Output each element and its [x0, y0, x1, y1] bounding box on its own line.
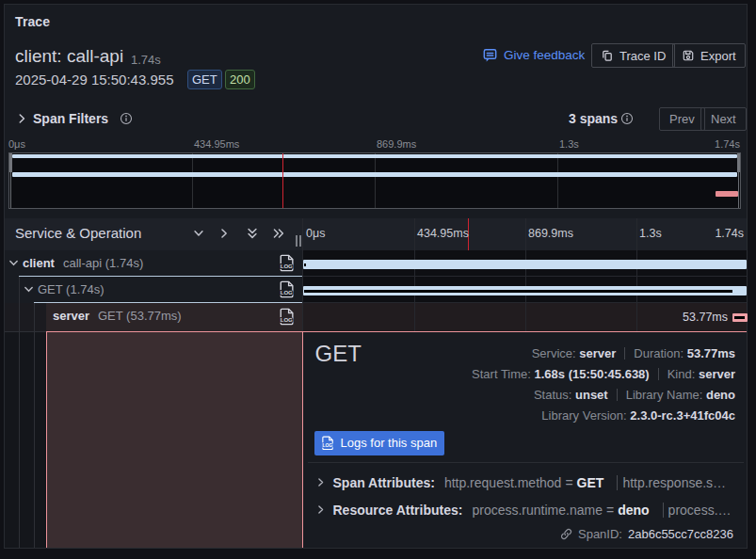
column-resize-grip[interactable]	[296, 235, 303, 247]
comment-icon	[482, 47, 498, 63]
span-detail-panel: GET Service: serverDuration: 53.77ms Sta…	[303, 331, 748, 549]
trace-timestamp: 2025-04-29 15:50:43.955	[15, 72, 173, 88]
attr-eq: =	[606, 503, 614, 518]
timeline-header-gridline-25	[414, 218, 415, 250]
expand-one-icon[interactable]	[217, 227, 231, 240]
indent-guide	[19, 303, 20, 331]
ruler-tick-0: 0μs	[8, 138, 25, 150]
attr-eq: =	[565, 475, 572, 490]
attr-key: process.runtime.name	[472, 503, 603, 518]
overview-line: Service: serverDuration: 53.77ms	[472, 343, 735, 364]
span-bar-cell[interactable]	[302, 250, 747, 277]
trace-id-label: Trace ID	[619, 49, 666, 63]
minimap-gridline-50	[375, 153, 376, 208]
service-operation-header: Service & Operation	[15, 225, 141, 241]
overview-line: Status: unsetLibrary Name: deno	[472, 385, 735, 406]
service-name: server	[53, 309, 89, 323]
chevron-right-icon	[315, 504, 326, 515]
span-filters-info-icon[interactable]	[120, 112, 133, 125]
minimap-cursor-line	[282, 153, 283, 208]
span-bar-cell[interactable]	[302, 277, 747, 303]
minimap-gridline-75	[557, 153, 558, 208]
span-filters-expand-chevron-icon[interactable]	[15, 112, 28, 125]
attr-value: deno	[618, 503, 649, 518]
resource-attributes-row[interactable]: Resource Attributes: process.runtime.nam…	[315, 503, 741, 518]
span-count-info-icon[interactable]	[620, 112, 634, 125]
svg-text:LOG: LOG	[281, 289, 293, 295]
critical-path-segment	[734, 316, 746, 319]
detail-indent-spacer	[5, 331, 46, 549]
span-row-get[interactable]: GET (1.74s) LOG	[5, 277, 747, 303]
span-id-row[interactable]: SpanID: 2ab6c55cc7cc8236	[560, 527, 733, 541]
trace-panel-page: Trace client: call-api 1.74s 2025-04-29 …	[0, 0, 756, 559]
attr-key-truncated: process.…	[668, 503, 732, 518]
detail-span-title: GET	[315, 341, 362, 367]
minimap-right-scrubber-handle[interactable]	[737, 153, 740, 172]
next-span-button[interactable]: Next	[700, 107, 747, 131]
span-duration-label: 53.77ms	[683, 311, 728, 324]
chevron-right-icon	[315, 477, 326, 487]
row-gridline-50	[525, 303, 526, 331]
header-tick-3: 1.3s	[639, 227, 662, 240]
span-attributes-row[interactable]: Span Attributes: http.request.method = G…	[315, 475, 741, 490]
svg-text:LOG: LOG	[322, 442, 332, 448]
trace-minimap[interactable]	[8, 152, 741, 209]
span-bar-client[interactable]	[303, 260, 747, 269]
method-badge: GET	[187, 70, 222, 89]
indent-guide	[34, 332, 35, 549]
collapse-all-icon[interactable]	[246, 227, 259, 240]
indent-guide	[34, 303, 35, 331]
operation-name: call-api (1.74s)	[63, 256, 143, 270]
minimap-gridline-25	[192, 153, 193, 208]
minimap-span-get	[12, 172, 737, 177]
trace-name: client: call-api	[15, 46, 123, 67]
trace-duration: 1.74s	[131, 53, 161, 67]
collapse-chevron-icon[interactable]	[23, 283, 35, 295]
header-tick-2: 869.9ms	[528, 227, 573, 240]
minimap-span-client	[12, 154, 737, 158]
indent-guide	[19, 332, 20, 549]
logs-button-label: Logs for this span	[341, 436, 438, 450]
prev-span-button[interactable]: Prev	[659, 107, 705, 131]
span-name-cell[interactable]: server GET (53.77ms) LOG	[5, 303, 302, 331]
logs-for-span-button[interactable]: LOG Logs for this span	[314, 431, 445, 455]
critical-path-segment	[304, 290, 732, 293]
ruler-tick-3: 1.3s	[559, 138, 579, 150]
trace-id-button[interactable]: Trace ID	[591, 43, 675, 68]
header-tick-1: 434.95ms	[417, 227, 469, 240]
collapse-one-icon[interactable]	[192, 227, 205, 240]
detail-accent-block[interactable]	[46, 331, 303, 549]
header-tick-0: 0μs	[306, 227, 325, 240]
link-icon	[560, 528, 572, 540]
span-detail-row: GET Service: serverDuration: 53.77ms Sta…	[5, 331, 747, 549]
ruler-tick-2: 869.9ms	[377, 138, 416, 150]
minimap-left-scrubber-handle[interactable]	[9, 153, 12, 172]
span-row-client[interactable]: client call-api (1.74s) LOG	[5, 250, 747, 277]
detail-overview: Service: serverDuration: 53.77ms Start T…	[472, 343, 735, 426]
timeline-header: Service & Operation 0μs 434.95ms 869.9ms…	[5, 218, 747, 250]
attr-key: http.request.method	[444, 475, 562, 490]
span-filters-label[interactable]: Span Filters	[33, 111, 108, 126]
span-logs-icon[interactable]: LOG	[279, 254, 295, 272]
export-button[interactable]: Export	[672, 43, 746, 68]
span-name-cell[interactable]: client call-api (1.74s) LOG	[5, 250, 302, 277]
collapse-chevron-icon[interactable]	[8, 257, 20, 269]
expand-all-icon[interactable]	[272, 227, 285, 240]
span-row-server[interactable]: server GET (53.77ms) LOG 53.77ms	[5, 303, 747, 331]
span-logs-icon[interactable]: LOG	[279, 308, 295, 326]
give-feedback-link[interactable]: Give feedback	[482, 47, 585, 63]
ruler-tick-1: 434.95ms	[194, 138, 239, 150]
span-count: 3 spans	[569, 111, 618, 126]
ruler-tick-4: 1.74s	[715, 138, 740, 150]
operation-name: GET (53.77ms)	[98, 309, 182, 323]
span-bar-cell[interactable]: 53.77ms	[302, 303, 747, 331]
copy-icon	[601, 49, 614, 62]
attr-group-label: Resource Attributes:	[333, 503, 463, 518]
span-name-cell[interactable]: GET (1.74s) LOG	[5, 277, 302, 303]
span-logs-icon[interactable]: LOG	[279, 280, 295, 298]
row-gridline-75	[636, 303, 637, 331]
attr-key-truncated: http.response.s…	[622, 475, 726, 490]
attr-group-label: Span Attributes:	[333, 475, 435, 490]
timeline-header-gridline-75	[636, 218, 637, 250]
detail-divider	[308, 462, 744, 463]
